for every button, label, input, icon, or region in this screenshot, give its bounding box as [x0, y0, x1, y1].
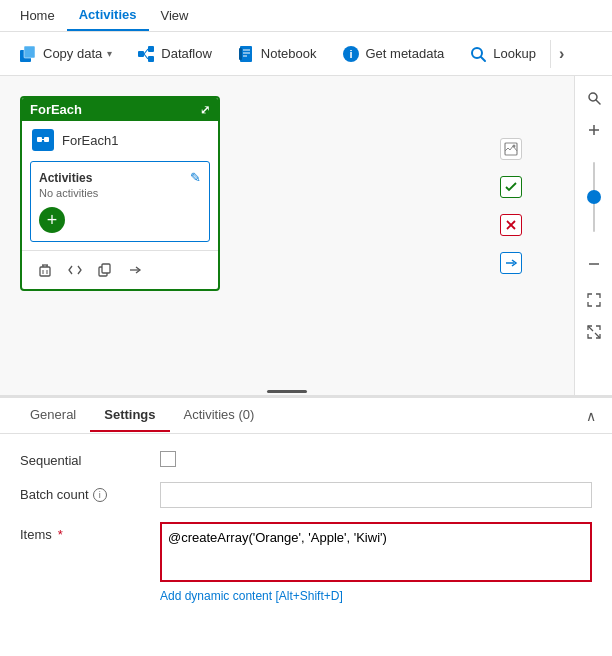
connector-check-icon[interactable] — [500, 176, 522, 198]
connector-image-icon[interactable] — [500, 138, 522, 160]
svg-point-29 — [513, 145, 516, 148]
items-required-marker: * — [58, 527, 63, 542]
notebook-label: Notebook — [261, 46, 317, 61]
svg-rect-26 — [102, 264, 110, 273]
foreach-title: ForEach — [30, 102, 82, 117]
copy-data-chevron: ▾ — [107, 48, 112, 59]
items-textarea[interactable] — [160, 522, 592, 582]
svg-line-15 — [481, 57, 485, 61]
nav-view[interactable]: View — [149, 0, 201, 31]
notebook-button[interactable]: Notebook — [226, 39, 327, 69]
svg-text:i: i — [349, 48, 352, 60]
batch-count-input[interactable] — [160, 482, 592, 508]
get-metadata-label: Get metadata — [366, 46, 445, 61]
svg-rect-19 — [40, 267, 50, 276]
svg-rect-16 — [37, 137, 42, 142]
copy-data-label: Copy data — [43, 46, 102, 61]
svg-rect-17 — [44, 137, 49, 142]
add-activity-button[interactable]: + — [39, 207, 65, 233]
code-button[interactable] — [62, 257, 88, 283]
sequential-row: Sequential — [20, 448, 592, 468]
batch-count-info-icon[interactable]: i — [93, 488, 107, 502]
activities-inner-box: Activities ✎ No activities + — [30, 161, 210, 242]
dataflow-button[interactable]: Dataflow — [126, 39, 222, 69]
toolbar-more-button[interactable]: › — [550, 40, 572, 68]
batch-count-label: Batch count i — [20, 482, 160, 502]
svg-line-39 — [595, 333, 600, 338]
svg-rect-4 — [148, 56, 154, 62]
svg-line-34 — [596, 100, 600, 104]
lookup-button[interactable]: Lookup — [458, 39, 546, 69]
no-activities-label: No activities — [39, 187, 201, 199]
foreach-item-icon — [32, 129, 54, 151]
svg-line-5 — [144, 49, 148, 54]
delete-button[interactable] — [32, 257, 58, 283]
collapse-button[interactable]: ∧ — [586, 408, 596, 424]
tab-general[interactable]: General — [16, 399, 90, 432]
foreach-expand-icon[interactable]: ⤢ — [200, 103, 210, 117]
svg-rect-2 — [138, 51, 144, 57]
connector-arrow-icon[interactable] — [500, 252, 522, 274]
items-text: Items — [20, 527, 52, 542]
svg-line-6 — [144, 54, 148, 59]
dataflow-icon — [136, 44, 156, 64]
svg-rect-8 — [239, 48, 242, 60]
sequential-checkbox[interactable] — [160, 451, 176, 467]
batch-count-row: Batch count i — [20, 482, 592, 508]
activities-inner-header: Activities ✎ — [39, 170, 201, 185]
copy-button[interactable] — [92, 257, 118, 283]
svg-rect-1 — [24, 46, 35, 58]
items-label: Items * — [20, 522, 160, 542]
dynamic-content-link[interactable]: Add dynamic content [Alt+Shift+D] — [160, 589, 343, 603]
items-control: Add dynamic content [Alt+Shift+D] — [160, 522, 592, 603]
connector-icons-group — [500, 138, 522, 274]
tabs-row: General Settings Activities (0) ∧ — [0, 398, 612, 434]
lookup-icon — [468, 44, 488, 64]
sequential-label: Sequential — [20, 448, 160, 468]
toolbar-more-icon: › — [559, 45, 564, 62]
get-metadata-icon: i — [341, 44, 361, 64]
canvas: ForEach ⤢ ForEach1 Activities ✎ — [0, 76, 574, 395]
main-area: ForEach ⤢ ForEach1 Activities ✎ — [0, 76, 612, 396]
svg-line-38 — [588, 326, 593, 331]
sequential-control — [160, 448, 592, 467]
drag-handle[interactable] — [267, 390, 307, 393]
get-metadata-button[interactable]: i Get metadata — [331, 39, 455, 69]
nav-home[interactable]: Home — [8, 0, 67, 31]
bottom-panel: General Settings Activities (0) ∧ Sequen… — [0, 396, 612, 656]
tab-settings[interactable]: Settings — [90, 399, 169, 432]
side-controls — [574, 76, 612, 395]
foreach-container: ForEach ⤢ ForEach1 Activities ✎ — [20, 96, 220, 291]
top-nav: Home Activities View — [0, 0, 612, 32]
foreach-item-label: ForEach1 — [62, 133, 118, 148]
foreach-actions — [22, 250, 218, 289]
tabs-left: General Settings Activities (0) — [16, 399, 268, 432]
activities-inner-title: Activities — [39, 171, 92, 185]
copy-data-button[interactable]: Copy data ▾ — [8, 39, 122, 69]
zoom-slider[interactable] — [593, 152, 595, 242]
items-row: Items * Add dynamic content [Alt+Shift+D… — [20, 522, 592, 603]
dataflow-label: Dataflow — [161, 46, 212, 61]
batch-count-control — [160, 482, 592, 508]
toolbar: Copy data ▾ Dataflow Notebook — [0, 32, 612, 76]
zoom-in-button[interactable] — [580, 116, 608, 144]
foreach-header: ForEach ⤢ — [22, 98, 218, 121]
copy-data-icon — [18, 44, 38, 64]
edit-icon[interactable]: ✎ — [190, 170, 201, 185]
svg-rect-3 — [148, 46, 154, 52]
connector-x-icon[interactable] — [500, 214, 522, 236]
lookup-label: Lookup — [493, 46, 536, 61]
nav-activities[interactable]: Activities — [67, 0, 149, 31]
expand-button[interactable] — [580, 318, 608, 346]
notebook-icon — [236, 44, 256, 64]
fit-to-screen-button[interactable] — [580, 286, 608, 314]
foreach-item-row: ForEach1 — [22, 121, 218, 155]
search-side-button[interactable] — [580, 84, 608, 112]
arrow-right-button[interactable] — [122, 257, 148, 283]
batch-count-text: Batch count — [20, 487, 89, 502]
form-area: Sequential Batch count i Items * Add dyn — [0, 434, 612, 631]
zoom-out-button[interactable] — [580, 250, 608, 278]
drag-handle-bar — [267, 390, 307, 393]
tab-activities[interactable]: Activities (0) — [170, 399, 269, 432]
